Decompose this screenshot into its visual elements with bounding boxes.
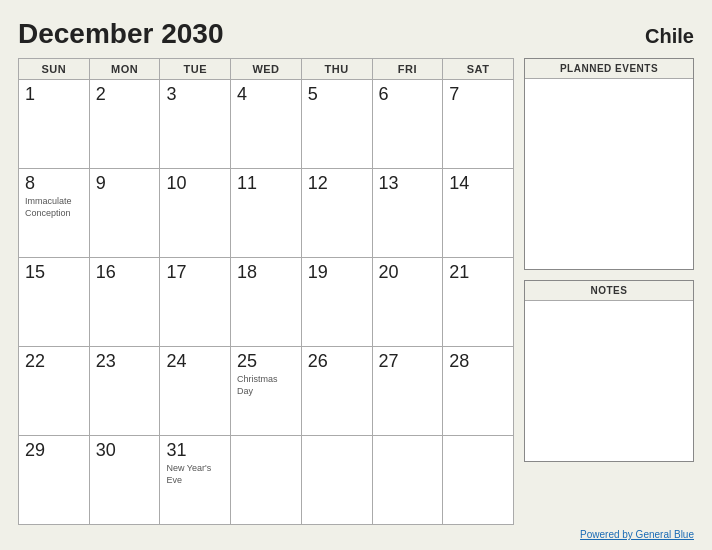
day-number: 31 bbox=[166, 440, 224, 461]
day-number: 28 bbox=[449, 351, 507, 372]
weekday-header-tue: TUE bbox=[160, 59, 231, 80]
calendar-day-cell: 8Immaculate Conception bbox=[19, 169, 90, 258]
day-number: 1 bbox=[25, 84, 83, 105]
calendar-day-cell bbox=[231, 436, 302, 525]
calendar-day-cell: 5 bbox=[301, 80, 372, 169]
weekday-header-thu: THU bbox=[301, 59, 372, 80]
weekday-header-mon: MON bbox=[89, 59, 160, 80]
day-event-label: Immaculate Conception bbox=[25, 196, 83, 219]
planned-events-header: PLANNED EVENTS bbox=[525, 59, 693, 79]
weekday-header-sat: SAT bbox=[443, 59, 514, 80]
day-number: 16 bbox=[96, 262, 154, 283]
day-number: 2 bbox=[96, 84, 154, 105]
planned-events-box: PLANNED EVENTS bbox=[524, 58, 694, 270]
calendar-day-cell: 12 bbox=[301, 169, 372, 258]
notes-header: NOTES bbox=[525, 281, 693, 301]
day-number: 5 bbox=[308, 84, 366, 105]
day-number: 25 bbox=[237, 351, 295, 372]
calendar-day-cell: 22 bbox=[19, 347, 90, 436]
header: December 2030 Chile bbox=[18, 18, 694, 50]
calendar-day-cell: 15 bbox=[19, 258, 90, 347]
calendar-week-row: 1234567 bbox=[19, 80, 514, 169]
calendar-day-cell: 24 bbox=[160, 347, 231, 436]
calendar-day-cell: 13 bbox=[372, 169, 443, 258]
powered-by-link[interactable]: Powered by General Blue bbox=[580, 529, 694, 540]
day-number: 7 bbox=[449, 84, 507, 105]
calendar-day-cell: 31New Year's Eve bbox=[160, 436, 231, 525]
day-number: 24 bbox=[166, 351, 224, 372]
calendar-week-row: 293031New Year's Eve bbox=[19, 436, 514, 525]
day-event-label: Christmas Day bbox=[237, 374, 295, 397]
day-number: 20 bbox=[379, 262, 437, 283]
calendar-day-cell: 30 bbox=[89, 436, 160, 525]
day-number: 14 bbox=[449, 173, 507, 194]
calendar-week-row: 15161718192021 bbox=[19, 258, 514, 347]
calendar-week-row: 22232425Christmas Day262728 bbox=[19, 347, 514, 436]
day-number: 10 bbox=[166, 173, 224, 194]
calendar-table: SUNMONTUEWEDTHUFRISAT 12345678Immaculate… bbox=[18, 58, 514, 525]
day-number: 18 bbox=[237, 262, 295, 283]
calendar-day-cell: 4 bbox=[231, 80, 302, 169]
page-title: December 2030 bbox=[18, 18, 223, 50]
notes-content bbox=[525, 301, 693, 461]
day-number: 15 bbox=[25, 262, 83, 283]
calendar-day-cell: 19 bbox=[301, 258, 372, 347]
day-number: 29 bbox=[25, 440, 83, 461]
day-number: 30 bbox=[96, 440, 154, 461]
calendar-day-cell: 6 bbox=[372, 80, 443, 169]
day-event-label: New Year's Eve bbox=[166, 463, 224, 486]
weekday-header-row: SUNMONTUEWEDTHUFRISAT bbox=[19, 59, 514, 80]
main-area: SUNMONTUEWEDTHUFRISAT 12345678Immaculate… bbox=[18, 58, 694, 525]
calendar-day-cell: 2 bbox=[89, 80, 160, 169]
calendar-day-cell bbox=[443, 436, 514, 525]
calendar-day-cell: 20 bbox=[372, 258, 443, 347]
calendar-day-cell: 21 bbox=[443, 258, 514, 347]
calendar-day-cell bbox=[372, 436, 443, 525]
sidebar: PLANNED EVENTS NOTES bbox=[524, 58, 694, 525]
day-number: 8 bbox=[25, 173, 83, 194]
day-number: 26 bbox=[308, 351, 366, 372]
day-number: 6 bbox=[379, 84, 437, 105]
country-label: Chile bbox=[645, 25, 694, 48]
day-number: 22 bbox=[25, 351, 83, 372]
calendar-day-cell: 17 bbox=[160, 258, 231, 347]
calendar-day-cell: 26 bbox=[301, 347, 372, 436]
calendar-section: SUNMONTUEWEDTHUFRISAT 12345678Immaculate… bbox=[18, 58, 514, 525]
planned-events-content bbox=[525, 79, 693, 269]
calendar-day-cell: 27 bbox=[372, 347, 443, 436]
calendar-day-cell: 11 bbox=[231, 169, 302, 258]
day-number: 12 bbox=[308, 173, 366, 194]
day-number: 13 bbox=[379, 173, 437, 194]
calendar-day-cell: 7 bbox=[443, 80, 514, 169]
calendar-day-cell: 18 bbox=[231, 258, 302, 347]
calendar-day-cell: 3 bbox=[160, 80, 231, 169]
day-number: 17 bbox=[166, 262, 224, 283]
calendar-day-cell: 29 bbox=[19, 436, 90, 525]
calendar-day-cell: 14 bbox=[443, 169, 514, 258]
weekday-header-wed: WED bbox=[231, 59, 302, 80]
weekday-header-fri: FRI bbox=[372, 59, 443, 80]
day-number: 4 bbox=[237, 84, 295, 105]
day-number: 9 bbox=[96, 173, 154, 194]
day-number: 3 bbox=[166, 84, 224, 105]
calendar-day-cell bbox=[301, 436, 372, 525]
calendar-day-cell: 16 bbox=[89, 258, 160, 347]
page: December 2030 Chile SUNMONTUEWEDTHUFRISA… bbox=[0, 0, 712, 550]
calendar-day-cell: 23 bbox=[89, 347, 160, 436]
calendar-day-cell: 10 bbox=[160, 169, 231, 258]
calendar-day-cell: 9 bbox=[89, 169, 160, 258]
day-number: 11 bbox=[237, 173, 295, 194]
weekday-header-sun: SUN bbox=[19, 59, 90, 80]
calendar-day-cell: 28 bbox=[443, 347, 514, 436]
day-number: 19 bbox=[308, 262, 366, 283]
calendar-week-row: 8Immaculate Conception91011121314 bbox=[19, 169, 514, 258]
day-number: 21 bbox=[449, 262, 507, 283]
calendar-day-cell: 25Christmas Day bbox=[231, 347, 302, 436]
notes-box: NOTES bbox=[524, 280, 694, 462]
day-number: 27 bbox=[379, 351, 437, 372]
calendar-day-cell: 1 bbox=[19, 80, 90, 169]
day-number: 23 bbox=[96, 351, 154, 372]
footer: Powered by General Blue bbox=[18, 529, 694, 540]
